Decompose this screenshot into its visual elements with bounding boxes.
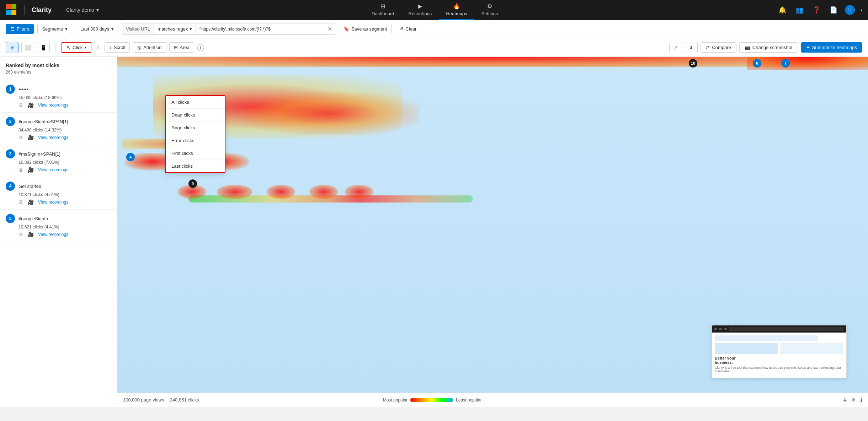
summarize-button[interactable]: ✦ Summarize heatmaps <box>801 42 862 53</box>
clear-icon: ↺ <box>399 26 403 32</box>
url-filter-clear-button[interactable]: ✕ <box>325 23 335 34</box>
rank-stats: 10,871 clicks (4.51%) <box>6 191 111 197</box>
scroll-type-button[interactable]: ↕ Scroll <box>105 42 130 53</box>
heatmap-page-preview: Better your business. Clarity is a free … <box>712 325 847 378</box>
share-button[interactable]: ↗ <box>669 42 682 53</box>
attention-type-button[interactable]: ◎ Attention <box>133 42 166 53</box>
nav-divider <box>24 5 25 15</box>
user-arrow[interactable]: ▾ <box>861 8 862 12</box>
view-recordings-link[interactable]: View recordings <box>38 167 68 172</box>
view-recordings-link[interactable]: View recordings <box>38 135 68 140</box>
type-separator: ✕ <box>96 44 100 51</box>
user-avatar[interactable]: U <box>845 5 855 15</box>
rank-name: Get started <box>18 184 111 189</box>
notification-icon[interactable]: 🔔 <box>777 4 788 16</box>
dropdown-item-last-clicks[interactable]: Last clicks <box>166 160 225 172</box>
recording-icon: 🎥 <box>28 135 34 140</box>
desktop-icon: 🖥 <box>10 45 15 50</box>
view-recordings-link[interactable]: View recordings <box>38 200 68 205</box>
docs-icon[interactable]: 📄 <box>828 4 839 16</box>
bottom-status-bar: 100,000 page views 240,851 clicks Most p… <box>117 393 868 407</box>
device-icon: 🖥 <box>18 199 23 205</box>
rank-name: •••••• <box>18 87 111 92</box>
info-icon[interactable]: ℹ <box>197 44 204 51</box>
legend-most-label: Most popular <box>383 398 408 403</box>
tab-settings[interactable]: ⚙ Settings <box>474 0 505 20</box>
dashboard-icon: ⊞ <box>380 3 385 10</box>
date-range-button[interactable]: Last 300 days ▾ <box>76 24 118 34</box>
help-icon[interactable]: ❓ <box>811 4 822 16</box>
page-views-stat: 100,000 page views <box>123 397 164 403</box>
dropdown-item-first-clicks[interactable]: First clicks <box>166 147 225 160</box>
filters-button[interactable]: ☰ Filters <box>6 24 34 34</box>
rank-name: #msSignIn>SPAN[1] <box>18 151 111 157</box>
clicks-stat: 240,851 clicks <box>170 397 199 403</box>
date-range-label: Last 300 days <box>80 26 109 32</box>
brightness-icon[interactable]: ☀ <box>851 396 856 403</box>
share-icon[interactable]: 👥 <box>794 4 805 16</box>
project-selector[interactable]: Clarity demo ▾ <box>66 7 99 13</box>
tab-recordings[interactable]: ▶ Recordings <box>401 0 439 20</box>
rank-number: 1 <box>6 85 15 94</box>
rank-item: 5 #googleSignIn 10,621 clicks (4.41%) 🖥 … <box>0 210 117 242</box>
view-recordings-link[interactable]: View recordings <box>38 232 68 237</box>
heatmap-area: 4 9 10 6 7 Better your busin <box>117 57 868 407</box>
click-type-button[interactable]: ↖ Click ▾ <box>62 42 91 53</box>
click-blob-small-2 <box>217 185 252 199</box>
dropdown-item-all-clicks[interactable]: All clicks <box>166 96 225 109</box>
rank-name: #googleSignIn <box>18 216 111 221</box>
rank-number: 3 <box>6 149 15 158</box>
compare-button[interactable]: ⇄ Compare <box>701 42 736 53</box>
summarize-icon: ✦ <box>806 45 810 50</box>
heatmaps-icon: 🔥 <box>453 3 460 10</box>
nav-tabs: ⊞ Dashboard ▶ Recordings 🔥 Heatmaps ⚙ Se… <box>364 0 505 20</box>
recording-icon: 🎥 <box>28 199 34 205</box>
tab-dashboard-label: Dashboard <box>372 11 394 16</box>
change-screenshot-button[interactable]: 📷 Change screenshot <box>739 42 798 53</box>
download-button[interactable]: ⬇ <box>685 42 698 53</box>
top-nav: Clarity Clarity demo ▾ ⊞ Dashboard ▶ Rec… <box>0 0 868 20</box>
heat-zone-2 <box>242 92 420 135</box>
recording-icon: 🎥 <box>28 232 34 237</box>
tab-heatmaps[interactable]: 🔥 Heatmaps <box>439 0 474 20</box>
rank-actions: 🖥 🎥 View recordings <box>6 100 111 108</box>
rank-actions: 🖥 🎥 View recordings <box>6 197 111 205</box>
save-segment-button[interactable]: 🔖 Save as segment <box>339 24 392 34</box>
area-type-button[interactable]: ⊞ Area <box>169 42 194 53</box>
tab-heatmaps-label: Heatmaps <box>446 11 467 16</box>
click-label: Click <box>73 45 82 50</box>
top-right-heat <box>747 57 868 70</box>
dropdown-item-error-clicks[interactable]: Error clicks <box>166 134 225 147</box>
rank-number: 5 <box>6 214 15 223</box>
panel-subtitle: 268 elements <box>0 70 117 80</box>
mobile-icon: 📱 <box>41 45 47 50</box>
view-tablet-button[interactable]: ⬜ <box>21 42 34 53</box>
legend: Most popular Least popular <box>383 398 482 403</box>
grid-icon[interactable]: # <box>843 397 847 403</box>
match-type-button[interactable]: matches regex ▾ <box>154 24 196 34</box>
rank-number: 4 <box>6 182 15 191</box>
view-mobile-button[interactable]: 📱 <box>37 42 50 53</box>
rank-item: 1 •••••• 45,005 clicks (18.69%) 🖥 🎥 View… <box>0 80 117 113</box>
tab-settings-label: Settings <box>481 11 498 16</box>
bottom-right-icons: # ☀ ℹ <box>843 396 862 403</box>
heatmap-badge-9: 9 <box>188 179 197 188</box>
view-desktop-button[interactable]: 🖥 <box>6 42 18 53</box>
scroll-icon: ↕ <box>109 45 112 50</box>
click-arrow: ▾ <box>85 45 86 49</box>
segments-button[interactable]: Segments ▾ <box>37 24 72 34</box>
dropdown-item-rage-clicks[interactable]: Rage clicks <box>166 122 225 134</box>
recording-icon: 🎥 <box>28 167 34 173</box>
clear-button[interactable]: ↺ Clear <box>395 24 421 34</box>
view-recordings-link[interactable]: View recordings <box>38 103 68 108</box>
compare-label: Compare <box>712 45 731 50</box>
dropdown-item-dead-clicks[interactable]: Dead clicks <box>166 109 225 122</box>
settings-icon: ⚙ <box>487 3 492 10</box>
panel-title: Ranked by most clicks <box>0 63 117 70</box>
info-bottom-icon[interactable]: ℹ <box>860 396 862 403</box>
filter-icon: ☰ <box>10 26 15 32</box>
device-icon: 🖥 <box>18 232 23 237</box>
tab-dashboard[interactable]: ⊞ Dashboard <box>364 0 401 20</box>
rank-header: 3 #msSignIn>SPAN[1] <box>6 149 111 158</box>
rank-actions: 🖥 🎥 View recordings <box>6 230 111 237</box>
